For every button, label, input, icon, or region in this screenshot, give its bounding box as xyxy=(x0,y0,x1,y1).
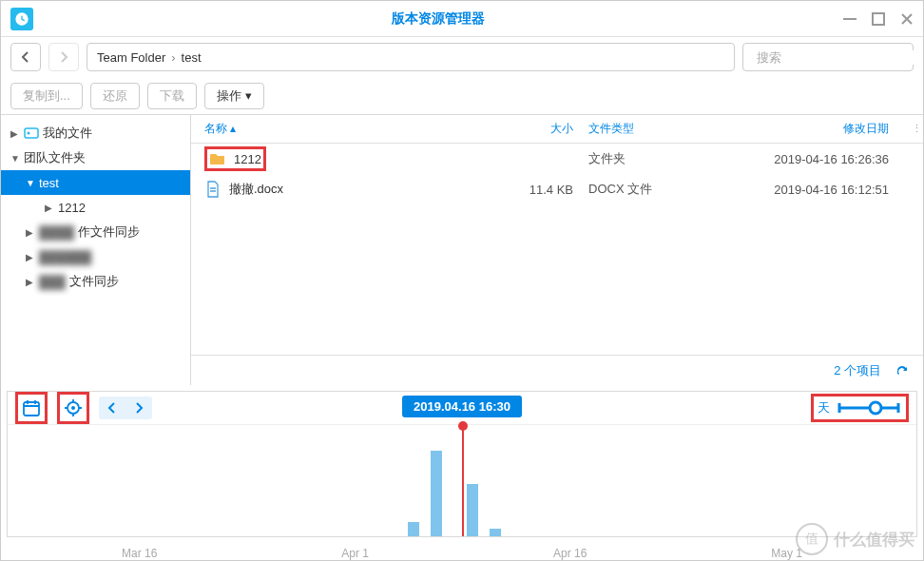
tree-item-blur[interactable]: ▶ ██████ xyxy=(1,244,190,269)
table-row[interactable]: 1212 文件夹 2019-04-16 16:26:36 xyxy=(191,144,923,174)
timeline-chart[interactable] xyxy=(8,424,916,536)
file-icon xyxy=(204,181,221,198)
timeline-axis: Mar 16 Apr 1 Apr 16 May 1 xyxy=(1,543,923,561)
watermark: 值 什么值得买 xyxy=(796,523,914,555)
tree-team-folder[interactable]: ▼ 团队文件夹 xyxy=(1,145,190,170)
col-type[interactable]: 文件类型 xyxy=(581,121,725,137)
crumb-0[interactable]: Team Folder xyxy=(97,50,165,65)
caret-down-icon: ▾ xyxy=(245,88,252,103)
chevron-right-icon: › xyxy=(171,50,175,65)
svg-point-6 xyxy=(71,406,75,410)
search-input[interactable] xyxy=(757,50,916,65)
svg-rect-4 xyxy=(24,402,39,416)
minimize-button[interactable] xyxy=(843,12,857,26)
svg-rect-1 xyxy=(873,13,884,25)
tree-item-sync-2[interactable]: ▶ ███文件同步 xyxy=(1,269,190,294)
zoom-slider[interactable] xyxy=(836,398,902,417)
app-icon xyxy=(10,8,33,30)
col-menu[interactable]: ⋮ xyxy=(904,123,923,135)
tree-item-sync-1[interactable]: ▶ ████作文件同步 xyxy=(1,220,190,244)
table-row[interactable]: 撤撤.docx 11.4 KB DOCX 文件 2019-04-16 16:12… xyxy=(191,174,923,204)
svg-rect-2 xyxy=(25,128,38,138)
svg-point-10 xyxy=(870,402,881,414)
download-button[interactable]: 下载 xyxy=(147,83,197,109)
calendar-button[interactable] xyxy=(20,397,43,419)
locate-button[interactable] xyxy=(62,397,85,419)
timeline-marker[interactable] xyxy=(462,425,464,536)
svg-point-3 xyxy=(28,132,30,135)
sort-asc-icon: ▴ xyxy=(230,122,236,135)
timeline-prev[interactable] xyxy=(99,397,125,419)
col-size[interactable]: 大小 xyxy=(509,121,581,137)
zoom-label: 天 xyxy=(818,399,830,416)
timeline-current: 2019.04.16 16:30 xyxy=(402,396,522,417)
breadcrumb[interactable]: Team Folder › test xyxy=(87,43,735,71)
crumb-1[interactable]: test xyxy=(182,50,202,65)
folder-icon xyxy=(209,150,226,167)
col-name[interactable]: 名称 ▴ xyxy=(191,121,509,137)
refresh-icon[interactable] xyxy=(895,363,910,378)
actions-button[interactable]: 操作▾ xyxy=(204,83,264,109)
nav-back-button[interactable] xyxy=(10,43,41,71)
item-count: 2 个项目 xyxy=(834,362,881,379)
timeline-next[interactable] xyxy=(125,397,152,419)
copy-to-button[interactable]: 复制到... xyxy=(10,83,83,109)
nav-forward-button[interactable] xyxy=(48,43,79,71)
window-title: 版本资源管理器 xyxy=(33,10,843,28)
maximize-button[interactable] xyxy=(872,12,885,26)
timeline: 2019.04.16 16:30 天 xyxy=(7,391,917,537)
sidebar: ▶ 我的文件 ▼ 团队文件夹 ▼ test ▶ 1212 ▶ ████作文件同步… xyxy=(1,115,191,385)
restore-button[interactable]: 还原 xyxy=(90,83,140,109)
tree-item-test[interactable]: ▼ test xyxy=(1,170,190,195)
close-button[interactable] xyxy=(900,12,914,26)
list-header: 名称 ▴ 大小 文件类型 修改日期 ⋮ xyxy=(191,115,923,144)
drive-icon xyxy=(24,126,39,141)
tree-item-1212[interactable]: ▶ 1212 xyxy=(1,195,190,220)
tree-my-files[interactable]: ▶ 我的文件 xyxy=(1,121,190,145)
search-box[interactable] xyxy=(742,43,914,71)
svg-rect-0 xyxy=(843,18,857,20)
col-date[interactable]: 修改日期 xyxy=(725,121,904,137)
